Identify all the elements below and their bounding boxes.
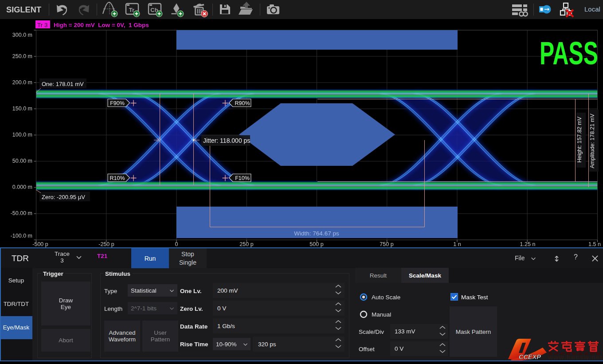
svg-text:-250 p: -250 p <box>98 241 114 247</box>
svg-text:1.25 n: 1.25 n <box>520 241 536 247</box>
svg-text:-100.0 m: -100.0 m <box>11 233 32 239</box>
svg-text:PASS: PASS <box>540 35 598 71</box>
svg-text:Height: 157.82 mV: Height: 157.82 mV <box>576 117 583 163</box>
svg-text:500 p: 500 p <box>309 241 323 247</box>
svg-text:200.0 m: 200.0 m <box>12 79 32 86</box>
svg-text:1.5 n: 1.5 n <box>588 241 601 247</box>
svg-text:-500 p: -500 p <box>32 241 48 247</box>
svg-text:1 n: 1 n <box>453 241 461 247</box>
svg-text:F90%: F90% <box>110 100 125 106</box>
svg-text:Zero: -200.95 µV: Zero: -200.95 µV <box>42 194 85 200</box>
svg-text:0: 0 <box>175 241 178 247</box>
svg-text:Amplitude: 178.21 mV: Amplitude: 178.21 mV <box>589 114 595 168</box>
svg-text:One: 178.01 mV: One: 178.01 mV <box>42 81 84 87</box>
svg-text:High = 200 mV Low = 0V, 1 Gb: High = 200 mV Low = 0V, 1 Gbps <box>54 22 149 28</box>
svg-text:50.00 m: 50.00 m <box>12 158 32 164</box>
svg-text:-50.00 m: -50.00 m <box>11 210 32 216</box>
svg-text:100.0 m: 100.0 m <box>12 132 32 138</box>
svg-text:250 p: 250 p <box>239 241 253 247</box>
svg-text:R90%: R90% <box>235 100 250 106</box>
svg-text:150.0 m: 150.0 m <box>12 106 32 112</box>
svg-text:300.0 m: 300.0 m <box>12 32 32 38</box>
svg-text:250.0 m: 250.0 m <box>12 53 32 59</box>
svg-text:750 p: 750 p <box>380 241 393 247</box>
svg-text:Tr 3: Tr 3 <box>37 22 48 28</box>
svg-text:Width: 764.67 ps: Width: 764.67 ps <box>294 230 339 237</box>
svg-text:R10%: R10% <box>110 175 125 181</box>
svg-text:Jitter: 118.000 ps: Jitter: 118.000 ps <box>203 137 250 144</box>
svg-text:0.000 m: 0.000 m <box>12 184 32 190</box>
svg-text:F10%: F10% <box>235 175 250 181</box>
